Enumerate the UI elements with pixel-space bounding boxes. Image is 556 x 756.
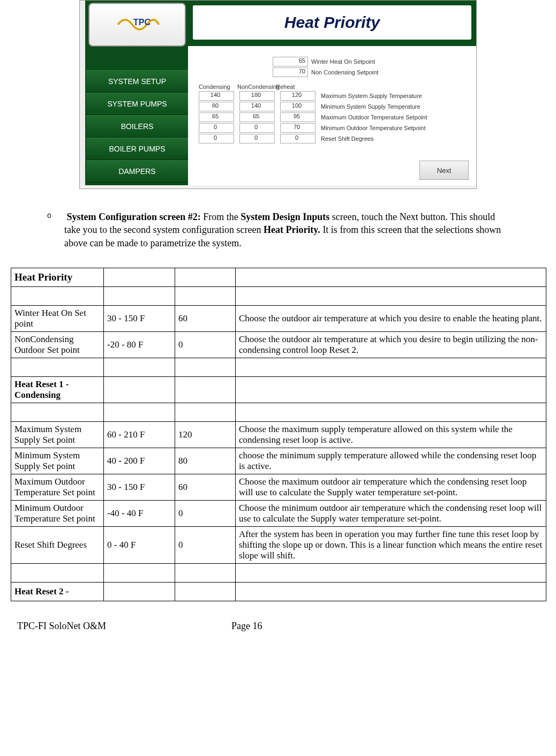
grid-input[interactable]: 0 [239,134,275,143]
next-button[interactable]: Next [419,161,469,180]
svg-text:TPC: TPC [133,17,151,27]
table-row: Reset Shift Degrees 0 - 40 F 0 After the… [11,526,546,563]
grid-input[interactable]: 0 [199,123,234,133]
heat-priority-spec-table: Heat Priority Winter Heat On Set point 3… [11,268,546,601]
table-row: Winter Heat On Set point 30 - 150 F 60 C… [11,305,546,331]
heat-priority-screenshot: TPC SYSTEM SETUP SYSTEM PUMPS BOILERS BO… [79,0,477,189]
instruction-bold-3: Heat Priority. [264,224,320,235]
winter-heat-on-input[interactable]: 65 [273,57,308,66]
grid-input[interactable]: 65 [199,112,234,122]
grid-row-label: Maximum Outdoor Temperature Setpoint [321,114,427,120]
grid-row-label: Minimum System Supply Temperature [321,103,420,110]
grid-input[interactable]: 100 [280,102,315,111]
instruction-paragraph: o System Configuration screen #2: From t… [64,210,513,250]
grid-input[interactable]: 0 [280,134,315,143]
grid-row-label: Maximum System Supply Temperature [321,93,422,99]
grid-input[interactable]: 95 [280,112,315,122]
sidebar-item-system-setup[interactable]: SYSTEM SETUP [86,70,188,93]
sidebar-item-system-pumps[interactable]: SYSTEM PUMPS [86,93,188,115]
instruction-bold-1: System Configuration screen #2: [67,211,201,222]
table-header: Heat Priority [11,268,104,286]
page-footer: TPC-FI SoloNet O&M Page 16 [11,621,545,632]
table-row [11,358,546,376]
table-row: Minimum Outdoor Temperature Set point -4… [11,500,546,526]
table-row: Minimum System Supply Set point 40 - 200… [11,448,546,474]
screen-title: Heat Priority [284,13,380,32]
table-row [11,403,546,421]
footer-doc-title: TPC-FI SoloNet O&M [17,621,231,632]
non-condensing-input[interactable]: 70 [273,67,308,77]
table-row: Heat Priority [11,268,546,286]
grid-input[interactable]: 65 [239,112,275,122]
grid-input[interactable]: 180 [239,91,275,101]
section-heading: Heat Reset 2 - [11,582,104,601]
col-header-condensing: Condensing [199,84,237,90]
instruction-bold-2: System Design Inputs [241,211,329,222]
grid-input[interactable]: 0 [199,134,234,143]
winter-heat-on-label: Winter Heat On Setpoint [311,58,375,65]
non-condensing-label: Non Condensing Setpoint [311,69,378,75]
grid-input[interactable]: 0 [239,123,275,133]
grid-input[interactable]: 140 [239,102,275,111]
grid-row-label: Reset Shift Degrees [321,135,373,142]
footer-page-number: Page 16 [231,621,339,632]
table-row: Maximum System Supply Set point 60 - 210… [11,421,546,448]
col-header-reheat: Reheat [276,84,314,90]
sidebar-item-boilers[interactable]: BOILERS [86,115,188,138]
table-row: Heat Reset 2 - [11,582,546,601]
list-bullet: o [47,210,58,221]
sidebar: TPC SYSTEM SETUP SYSTEM PUMPS BOILERS BO… [86,1,188,185]
grid-input[interactable]: 70 [280,123,315,133]
sidebar-item-boiler-pumps[interactable]: BOILER PUMPS [86,138,188,160]
tpc-logo: TPC [88,3,186,47]
table-row: NonCondensing Outdoor Set point -20 - 80… [11,331,546,358]
col-header-noncondensing: NonCondensing [237,84,276,90]
table-row [11,563,546,582]
table-row [11,286,546,305]
table-row: Heat Reset 1 - Condensing [11,376,546,403]
grid-input[interactable]: 140 [199,91,234,101]
grid-input[interactable]: 80 [199,102,234,111]
table-row: Maximum Outdoor Temperature Set point 30… [11,474,546,500]
grid-input[interactable]: 120 [280,91,315,101]
grid-row-label: Minimum Outdoor Temperature Setpoint [321,125,425,131]
section-heading: Heat Reset 1 - Condensing [11,376,104,403]
sidebar-item-dampers[interactable]: DAMPERS [86,160,188,183]
